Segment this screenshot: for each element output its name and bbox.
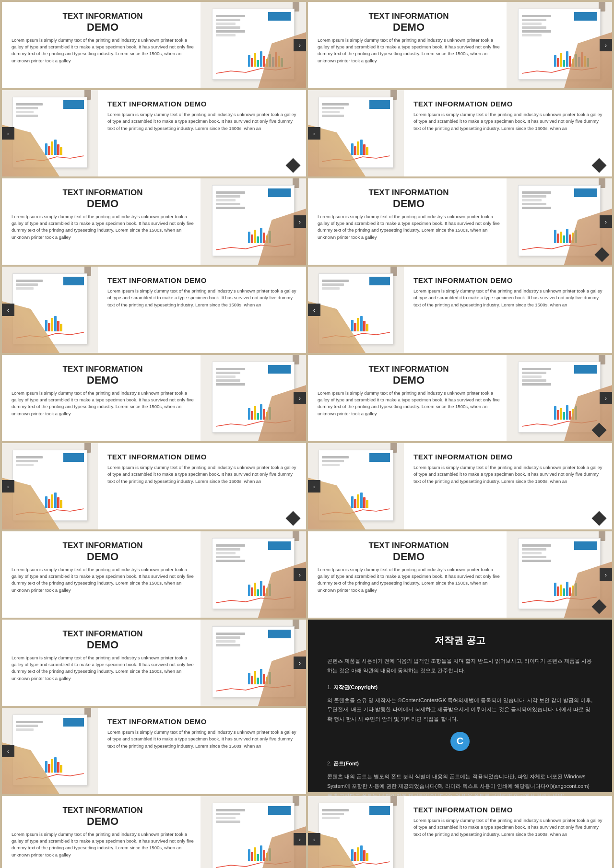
doc-lines [522, 191, 555, 226]
card-18-image: ‹ [2, 708, 98, 794]
nav-right-btn[interactable]: › [294, 568, 306, 581]
nav-right-btn[interactable]: › [294, 833, 306, 845]
card-17-body: Lorem Ipsum is simply dummy text of the … [12, 655, 194, 682]
diamond-btn[interactable] [285, 511, 300, 526]
nav-right-btn[interactable]: › [294, 392, 306, 404]
doc-header [268, 806, 291, 815]
card-16: ‹ TEXT INFORMATION DEMO Lorem Ipsum is s… [308, 796, 612, 868]
card-11-title: TEXT INFORMATION DEMO [107, 453, 299, 461]
doc-header [574, 365, 597, 374]
card-14-body: Lorem Ipsum is simply dummy text of the … [318, 566, 500, 594]
chart-area [43, 743, 84, 775]
diamond-btn[interactable] [591, 158, 606, 173]
doc-preview [201, 178, 306, 265]
card-16-title: TEXT INFORMATION DEMO [413, 806, 605, 814]
doc-lines [522, 15, 555, 50]
chart-area [43, 302, 84, 334]
card-15-image: › [201, 796, 306, 868]
card-5-text: TEXT INFORMATION DEMO Lorem Ipsum is sim… [2, 178, 201, 265]
doc-header [63, 718, 84, 727]
card-4: ‹ TEXT INFORMATION DEMO Lorem Ipsum is s… [308, 90, 612, 176]
card-17-image: › [201, 620, 306, 706]
chart-area [349, 832, 390, 863]
card-13: TEXT INFORMATION DEMO Lorem Ipsum is sim… [2, 531, 306, 618]
card-3-text: TEXT INFORMATION DEMO Lorem Ipsum is sim… [98, 90, 306, 176]
nav-right-btn[interactable]: › [294, 215, 306, 228]
card-18-body: Lorem Ipsum is simply dummy text of the … [107, 729, 299, 750]
card-10-title: TEXT INFORMATION DEMO [318, 364, 500, 387]
card-5-image: › [201, 178, 306, 265]
card-10: TEXT INFORMATION DEMO Lorem Ipsum is sim… [308, 355, 612, 441]
nav-right-btn[interactable]: › [600, 39, 612, 51]
card-1-body: Lorem Ipsum is simply dummy text of the … [12, 37, 194, 64]
card-7-text: TEXT INFORMATION DEMO Lorem Ipsum is sim… [98, 267, 306, 353]
doc-preview [507, 2, 612, 88]
doc-preview [2, 267, 98, 353]
doc-preview [201, 531, 306, 618]
nav-left-btn[interactable]: ‹ [2, 304, 14, 316]
chart-area [349, 126, 390, 157]
card-15-title: TEXT INFORMATION DEMO [12, 806, 194, 828]
card-6-body: Lorem Ipsum is simply dummy text of the … [318, 213, 500, 241]
card-1: TEXT INFORMATION DEMO Lorem Ipsum is sim… [2, 2, 306, 88]
doc-preview [507, 178, 612, 265]
card-18: ‹ TEXT INFORMATION DEMO Lorem Ipsum is s… [2, 708, 306, 794]
nav-right-btn[interactable]: › [600, 568, 612, 581]
c-logo: C [450, 732, 470, 751]
doc-preview [308, 90, 404, 176]
nav-right-btn[interactable]: › [600, 392, 612, 404]
card-8-body: Lorem Ipsum is simply dummy text of the … [413, 288, 605, 308]
doc-lines [216, 368, 248, 403]
copyright-title: 저작권 공고 [327, 634, 593, 647]
nav-left-btn[interactable]: ‹ [2, 127, 14, 140]
main-grid: TEXT INFORMATION DEMO Lorem Ipsum is sim… [0, 0, 614, 796]
nav-right-btn[interactable]: › [294, 657, 306, 669]
card-12-image: ‹ [308, 443, 404, 529]
card-7-title: TEXT INFORMATION DEMO [107, 276, 299, 285]
diamond-btn[interactable] [591, 511, 606, 526]
diamond-btn[interactable] [285, 158, 300, 173]
doc-header [369, 806, 390, 815]
card-4-body: Lorem Ipsum is simply dummy text of the … [413, 111, 605, 132]
card-15: TEXT INFORMATION DEMO Lorem Ipsum is sim… [2, 796, 306, 868]
card-17-text: TEXT INFORMATION DEMO Lorem Ipsum is sim… [2, 620, 201, 706]
nav-right-btn[interactable]: › [600, 215, 612, 228]
doc-lines [216, 15, 248, 50]
nav-left-btn[interactable]: ‹ [308, 304, 320, 316]
card-13-body: Lorem Ipsum is simply dummy text of the … [12, 566, 194, 594]
nav-left-btn[interactable]: ‹ [308, 833, 320, 845]
card-7-body: Lorem Ipsum is simply dummy text of the … [107, 288, 299, 308]
nav-right-btn[interactable]: › [294, 39, 306, 51]
doc-header [268, 188, 291, 197]
copyright-section: 저작권 공고 콘텐츠 제품을 사용하기 전에 다음의 법적인 조항들을 처며 할… [308, 620, 612, 792]
card-7: ‹ TEXT INFORMATION DEMO Lorem Ipsum is s… [2, 267, 306, 353]
card-11-body: Lorem Ipsum is simply dummy text of the … [107, 464, 299, 485]
nav-left-btn[interactable]: ‹ [2, 480, 14, 493]
card-5-body: Lorem Ipsum is simply dummy text of the … [12, 213, 194, 241]
doc-preview [201, 796, 306, 868]
card-9: TEXT INFORMATION DEMO Lorem Ipsum is sim… [2, 355, 306, 441]
nav-left-btn[interactable]: ‹ [2, 745, 14, 757]
doc-header [574, 541, 597, 550]
copyright-logo: C [327, 732, 593, 751]
doc-lines [216, 633, 248, 668]
doc-preview [201, 2, 306, 88]
chart-area [349, 479, 390, 510]
chart-area [43, 126, 84, 157]
doc-lines [216, 809, 248, 844]
card-12: ‹ TEXT INFORMATION DEMO Lorem Ipsum is s… [308, 443, 612, 529]
card-2-text: TEXT INFORMATION DEMO Lorem Ipsum is sim… [308, 2, 507, 88]
card-14-title: TEXT INFORMATION DEMO [318, 541, 500, 563]
doc-header [369, 100, 390, 109]
doc-lines [522, 368, 555, 403]
card-5: TEXT INFORMATION DEMO Lorem Ipsum is sim… [2, 178, 306, 265]
card-6: TEXT INFORMATION DEMO Lorem Ipsum is sim… [308, 178, 612, 265]
card-5-title: TEXT INFORMATION DEMO [12, 188, 194, 211]
doc-lines [216, 191, 248, 226]
card-10-text: TEXT INFORMATION DEMO Lorem Ipsum is sim… [308, 355, 507, 441]
doc-header [574, 188, 597, 197]
card-14-text: TEXT INFORMATION DEMO Lorem Ipsum is sim… [308, 531, 507, 618]
card-2-image: › [507, 2, 612, 88]
nav-left-btn[interactable]: ‹ [308, 127, 320, 140]
nav-left-btn[interactable]: ‹ [308, 480, 320, 493]
